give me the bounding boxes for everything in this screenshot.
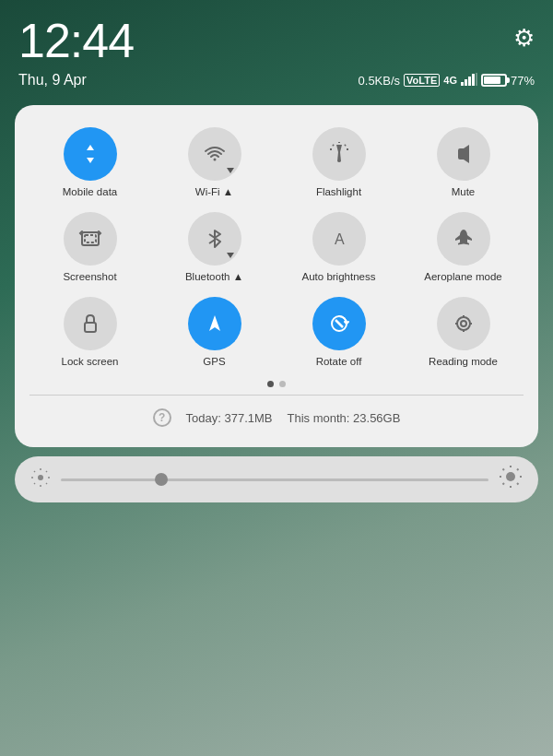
status-icons: 0.5KB/s VoLTE 4G 77% — [359, 73, 535, 89]
dot-2[interactable] — [279, 381, 286, 387]
qs-item-lock-screen[interactable]: Lock screen — [29, 293, 150, 372]
svg-line-28 — [46, 471, 47, 472]
mobile-data-label: Mobile data — [63, 186, 117, 199]
svg-line-30 — [46, 483, 47, 484]
qs-item-mobile-data[interactable]: Mobile data — [29, 124, 150, 203]
signal-bars — [461, 73, 477, 89]
brightness-high-icon — [500, 466, 522, 493]
brightness-thumb[interactable] — [155, 473, 168, 486]
qs-item-flashlight[interactable]: Flashlight — [278, 124, 399, 203]
svg-line-36 — [503, 469, 505, 471]
svg-rect-3 — [472, 74, 475, 86]
qs-item-rotate-off[interactable]: Rotate off — [278, 293, 399, 372]
status-bar: 12:44 ⚙ — [0, 0, 553, 70]
svg-point-17 — [461, 321, 466, 326]
lock-icon — [64, 297, 117, 350]
battery: 77% — [481, 74, 535, 88]
wifi-icon — [188, 127, 241, 181]
date: Thu, 9 Apr — [18, 72, 87, 89]
svg-point-16 — [457, 317, 470, 330]
status-row2: Thu, 9 Apr 0.5KB/s VoLTE 4G 77% — [0, 70, 553, 98]
bluetooth-label: Bluetooth ▲ — [185, 271, 243, 284]
settings-icon[interactable]: ⚙ — [513, 24, 535, 53]
brightness-low-icon — [31, 468, 50, 491]
svg-line-37 — [517, 469, 519, 471]
clock: 12:44 — [18, 17, 134, 65]
help-icon[interactable]: ? — [153, 408, 171, 427]
svg-text:A: A — [335, 231, 345, 247]
screenshot-icon — [64, 212, 117, 266]
dot-1[interactable] — [267, 381, 274, 387]
gps-label: GPS — [203, 356, 225, 369]
4g-badge: 4G — [443, 75, 457, 86]
today-usage: Today: 377.1MB — [186, 411, 273, 425]
svg-line-29 — [34, 483, 35, 484]
brightness-track[interactable] — [61, 478, 488, 481]
bluetooth-icon — [188, 212, 241, 266]
qs-grid: Mobile data Wi-Fi ▲ — [29, 124, 524, 372]
brightness-bar[interactable] — [15, 456, 538, 502]
svg-line-39 — [517, 483, 519, 485]
mobile-data-icon — [64, 127, 117, 181]
gps-icon — [188, 297, 241, 350]
qs-item-auto-brightness[interactable]: A Auto brightness — [278, 208, 399, 288]
mute-label: Mute — [452, 186, 476, 199]
battery-percent: 77% — [511, 74, 535, 88]
qs-item-reading-mode[interactable]: Reading mode — [403, 293, 524, 372]
rotate-off-icon — [312, 297, 366, 350]
lock-screen-label: Lock screen — [61, 356, 118, 369]
month-usage: This month: 23.56GB — [288, 411, 401, 425]
auto-brightness-label: Auto brightness — [302, 271, 376, 284]
qs-item-wifi[interactable]: Wi-Fi ▲ — [154, 124, 275, 203]
page-dots — [29, 381, 524, 387]
svg-line-6 — [333, 145, 334, 146]
wifi-label: Wi-Fi ▲ — [195, 186, 233, 199]
wifi-triangle — [227, 168, 234, 173]
mute-icon — [437, 127, 490, 181]
svg-line-38 — [503, 483, 505, 485]
svg-line-7 — [345, 145, 346, 146]
svg-rect-4 — [476, 73, 477, 86]
svg-rect-0 — [461, 82, 464, 86]
svg-rect-2 — [468, 77, 471, 86]
svg-rect-11 — [85, 235, 96, 242]
qs-item-screenshot[interactable]: Screenshot — [29, 208, 150, 288]
qs-item-bluetooth[interactable]: Bluetooth ▲ — [154, 208, 275, 288]
qs-item-gps[interactable]: GPS — [154, 293, 275, 372]
bluetooth-triangle — [227, 253, 234, 258]
flashlight-label: Flashlight — [316, 186, 361, 199]
quick-settings-panel: Mobile data Wi-Fi ▲ — [15, 105, 538, 447]
aeroplane-label: Aeroplane mode — [424, 271, 501, 284]
rotate-off-label: Rotate off — [316, 356, 362, 369]
network-speed: 0.5KB/s — [359, 74, 401, 88]
svg-line-15 — [335, 320, 343, 327]
data-usage: ? Today: 377.1MB This month: 23.56GB — [29, 403, 524, 434]
reading-mode-icon — [437, 297, 490, 350]
screenshot-label: Screenshot — [63, 271, 116, 284]
aeroplane-icon — [437, 212, 490, 266]
svg-line-27 — [34, 471, 35, 472]
qs-item-mute[interactable]: Mute — [403, 124, 524, 203]
svg-rect-13 — [85, 323, 96, 332]
flashlight-icon — [312, 127, 366, 181]
svg-point-31 — [506, 472, 515, 481]
reading-mode-label: Reading mode — [429, 356, 498, 369]
svg-point-22 — [38, 475, 43, 480]
qs-item-aeroplane[interactable]: Aeroplane mode — [403, 208, 524, 288]
svg-rect-1 — [465, 79, 467, 86]
network-type: VoLTE — [404, 74, 440, 87]
auto-brightness-icon: A — [312, 212, 366, 266]
